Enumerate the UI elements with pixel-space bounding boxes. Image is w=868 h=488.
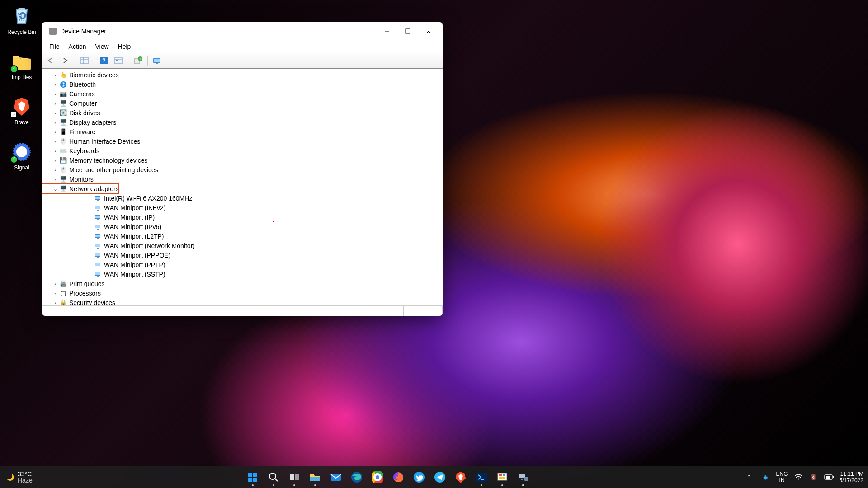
svg-rect-76 [521,479,523,480]
update-driver-button[interactable]: + [132,55,144,66]
language-indicator[interactable]: ENG IN [776,471,788,483]
chevron-right-icon[interactable]: › [51,70,59,80]
chevron-right-icon[interactable]: › [51,298,59,306]
file-explorer[interactable] [306,468,324,486]
svg-rect-73 [503,474,505,476]
svg-rect-72 [499,474,502,476]
chevron-right-icon[interactable]: › [51,108,59,117]
menu-help[interactable]: Help [113,42,136,51]
window-title: Device Manager [60,28,106,35]
tree-node-print-queues[interactable]: ›🖨️Print queues [42,279,443,288]
recycle-bin[interactable]: Recycle Bin [4,5,40,35]
chevron-right-icon[interactable]: › [51,279,59,288]
twitter-app[interactable] [410,468,428,486]
tree-leaf[interactable]: WAN Miniport (IPv6) [62,222,443,231]
task-view-button[interactable] [285,468,303,486]
tree-node-monitors[interactable]: ›🖥️Monitors [42,174,443,184]
forward-button[interactable] [59,55,71,66]
tray-clock-icon[interactable]: ◉ [760,468,771,486]
chevron-down-icon[interactable]: ⌄ [51,184,59,193]
tree-node-memory-technology-devices[interactable]: ›💾Memory technology devices [42,155,443,165]
tree-leaf-label: WAN Miniport (PPTP) [104,260,165,269]
start-button[interactable] [244,468,262,486]
svg-point-54 [269,473,276,479]
show-hidden-button[interactable] [79,55,90,66]
network-adapter-icon [94,214,102,221]
chevron-right-icon[interactable]: › [51,175,59,184]
tree-leaf[interactable]: Intel(R) Wi-Fi 6 AX200 160MHz [62,193,443,203]
back-button[interactable] [45,55,57,66]
tree-leaf[interactable]: WAN Miniport (IKEv2) [62,203,443,212]
menu-view[interactable]: View [90,42,113,51]
maximize-button[interactable] [397,22,418,40]
mail-app[interactable] [327,468,345,486]
device-tree-panel[interactable]: ›👆Biometric devices›Bluetooth›📷Cameras›🖥… [42,68,443,305]
tree-node-label: Firmware [69,127,95,136]
weather-widget[interactable]: 🌙 33°C Haze [6,471,33,483]
tree-node-mice-and-other-pointing-devices[interactable]: ›🖱️Mice and other pointing devices [42,165,443,174]
signal-shortcut[interactable]: ✓Signal [4,141,40,171]
tree-node-network-adapters[interactable]: ⌄🖥️Network adapters [42,184,119,193]
svg-point-77 [524,477,528,481]
firefox-browser[interactable] [389,468,407,486]
snipping-tool[interactable] [493,468,511,486]
chevron-right-icon[interactable]: › [51,165,59,174]
clock[interactable]: 11:11 PM 5/17/2022 [840,471,863,483]
tree-leaf[interactable]: WAN Miniport (L2TP) [62,231,443,241]
chevron-right-icon[interactable]: › [51,146,59,155]
tree-leaf[interactable]: WAN Miniport (Network Monitor) [62,241,443,250]
tree-leaf-label: WAN Miniport (PPPOE) [104,251,170,260]
properties-button[interactable] [113,55,124,66]
chevron-right-icon[interactable]: › [51,289,59,298]
tree-node-computer[interactable]: ›🖥️Computer [42,99,443,108]
chrome-browser[interactable] [368,468,387,486]
tree-leaf[interactable]: WAN Miniport (PPPOE) [62,250,443,260]
powershell-app[interactable] [472,468,491,486]
device-category-icon: 💾 [59,157,67,164]
tree-node-cameras[interactable]: ›📷Cameras [42,89,443,99]
tree-node-bluetooth[interactable]: ›Bluetooth [42,80,443,89]
help-button[interactable]: ? [98,55,110,66]
tree-node-processors[interactable]: ›▢Processors [42,288,443,298]
tree-node-disk-drives[interactable]: ›💽Disk drives [42,108,443,117]
weather-temp: 33°C [18,471,33,477]
tree-node-human-interface-devices[interactable]: ›🖱️Human Interface Devices [42,136,443,146]
minimize-button[interactable] [377,22,397,40]
device-manager-app[interactable] [514,468,532,486]
brave-shortcut[interactable]: ↗Brave [4,96,40,126]
svg-rect-24 [95,197,100,199]
chevron-right-icon[interactable]: › [51,118,59,127]
tree-leaf[interactable]: WAN Miniport (PPTP) [62,260,443,269]
tray-chevron-icon[interactable]: ⌃ [744,468,755,486]
search-button[interactable] [264,468,283,486]
tree-node-keyboards[interactable]: ›⌨️Keyboards [42,146,443,155]
tree-node-display-adapters[interactable]: ›🖥️Display adapters [42,117,443,127]
chevron-right-icon[interactable]: › [51,137,59,146]
edge-browser[interactable] [348,468,366,486]
chevron-right-icon[interactable]: › [51,156,59,165]
tree-leaf[interactable]: WAN Miniport (IP) [62,212,443,222]
telegram-app[interactable] [431,468,449,486]
brave-browser[interactable] [452,468,470,486]
svg-rect-40 [97,248,99,249]
tree-node-firmware[interactable]: ›📱Firmware [42,127,443,136]
tree-node-biometric-devices[interactable]: ›👆Biometric devices [42,70,443,80]
close-button[interactable] [418,22,439,40]
chevron-right-icon[interactable]: › [51,89,59,99]
scan-hardware-button[interactable] [151,55,163,66]
chevron-right-icon[interactable]: › [51,127,59,136]
chevron-right-icon[interactable]: › [51,99,59,108]
svg-rect-50 [248,473,252,477]
menu-file[interactable]: File [45,42,64,51]
imp-files-folder[interactable]: ✓Imp files [4,51,40,80]
window-titlebar[interactable]: Device Manager [42,22,443,40]
tree-leaf[interactable]: WAN Miniport (SSTP) [62,269,443,279]
menu-action[interactable]: Action [64,42,91,51]
svg-rect-49 [97,276,99,277]
chevron-right-icon[interactable]: › [51,80,59,89]
tree-node-security-devices[interactable]: ›🔒Security devices [42,298,443,305]
battery-icon[interactable] [824,468,834,486]
network-adapter-icon [94,195,102,202]
volume-muted-icon[interactable]: 🔇 [809,468,819,486]
wifi-icon[interactable] [793,468,803,486]
